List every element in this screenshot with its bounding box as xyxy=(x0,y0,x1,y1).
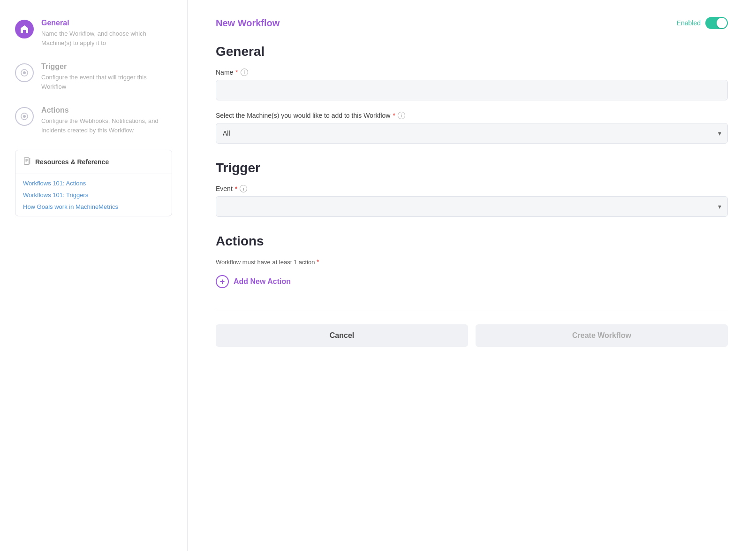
actions-heading: Actions xyxy=(216,234,728,249)
resource-link-2[interactable]: How Goals work in MachineMetrics xyxy=(23,203,164,210)
add-action-circle-icon: + xyxy=(216,275,229,288)
resource-link-1[interactable]: Workflows 101: Triggers xyxy=(23,191,164,199)
trigger-section: Trigger Event * i ▾ xyxy=(216,161,728,217)
step-title-actions: Actions xyxy=(41,106,172,115)
bottom-actions: Cancel Create Workflow xyxy=(216,311,728,347)
machine-select[interactable]: All xyxy=(216,123,728,144)
sidebar-step-general[interactable]: General Name the Workflow, and choose wh… xyxy=(15,19,172,47)
general-heading: General xyxy=(216,44,728,59)
resources-title: Resources & Reference xyxy=(35,158,109,166)
book-icon xyxy=(23,157,31,167)
enabled-label: Enabled xyxy=(677,19,701,27)
step-icon-general xyxy=(15,20,34,38)
create-workflow-button[interactable]: Create Workflow xyxy=(476,324,728,347)
name-required: * xyxy=(235,69,238,76)
step-title-trigger: Trigger xyxy=(41,62,172,71)
general-section: General Name * i Select the Machine(s) y… xyxy=(216,44,728,144)
actions-section: Actions Workflow must have at least 1 ac… xyxy=(216,234,728,288)
machine-required: * xyxy=(393,112,395,119)
step-content-trigger: Trigger Configure the event that will tr… xyxy=(41,62,172,91)
name-input[interactable] xyxy=(216,80,728,100)
content-header: New Workflow Enabled xyxy=(216,17,728,29)
toggle-knob xyxy=(717,18,727,28)
event-info-icon[interactable]: i xyxy=(240,185,247,192)
sidebar-step-trigger[interactable]: Trigger Configure the event that will tr… xyxy=(15,62,172,91)
machine-form-group: Select the Machine(s) you would like to … xyxy=(216,112,728,144)
add-action-label: Add New Action xyxy=(234,277,291,286)
machine-label: Select the Machine(s) you would like to … xyxy=(216,112,728,119)
svg-rect-4 xyxy=(24,158,29,164)
sidebar: General Name the Workflow, and choose wh… xyxy=(0,0,188,551)
add-action-button[interactable]: + Add New Action xyxy=(216,275,291,288)
step-title-general: General xyxy=(41,19,172,27)
toggle-switch[interactable] xyxy=(705,17,728,29)
svg-point-1 xyxy=(23,71,26,74)
step-desc-general: Name the Workflow, and choose which Mach… xyxy=(41,29,172,47)
event-required: * xyxy=(235,185,237,192)
main-content: New Workflow Enabled General Name * i xyxy=(188,0,756,551)
svg-rect-8 xyxy=(29,158,30,165)
name-label: Name * i xyxy=(216,69,728,76)
page-title: New Workflow xyxy=(216,18,280,29)
step-content-general: General Name the Workflow, and choose wh… xyxy=(41,19,172,47)
event-form-group: Event * i ▾ xyxy=(216,185,728,217)
sidebar-step-actions[interactable]: Actions Configure the Webhooks, Notifica… xyxy=(15,106,172,135)
cancel-button[interactable]: Cancel xyxy=(216,324,468,347)
machine-select-wrapper: All ▾ xyxy=(216,123,728,144)
name-info-icon[interactable]: i xyxy=(241,69,248,76)
trigger-heading: Trigger xyxy=(216,161,728,176)
machine-info-icon[interactable]: i xyxy=(398,112,405,119)
step-content-actions: Actions Configure the Webhooks, Notifica… xyxy=(41,106,172,135)
resources-card: Resources & Reference Workflows 101: Act… xyxy=(15,150,172,216)
event-select-wrapper: ▾ xyxy=(216,196,728,217)
event-label: Event * i xyxy=(216,185,728,192)
resources-links: Workflows 101: Actions Workflows 101: Tr… xyxy=(15,174,172,216)
step-icon-actions xyxy=(15,107,34,126)
resource-link-0[interactable]: Workflows 101: Actions xyxy=(23,180,164,187)
svg-point-3 xyxy=(23,115,26,118)
actions-required-text: Workflow must have at least 1 action * xyxy=(216,258,728,266)
step-icon-trigger xyxy=(15,63,34,82)
resources-header: Resources & Reference xyxy=(15,150,172,174)
enabled-toggle[interactable]: Enabled xyxy=(677,17,728,29)
step-desc-actions: Configure the Webhooks, Notifications, a… xyxy=(41,116,172,135)
step-desc-trigger: Configure the event that will trigger th… xyxy=(41,73,172,91)
name-form-group: Name * i xyxy=(216,69,728,100)
event-select[interactable] xyxy=(216,196,728,217)
